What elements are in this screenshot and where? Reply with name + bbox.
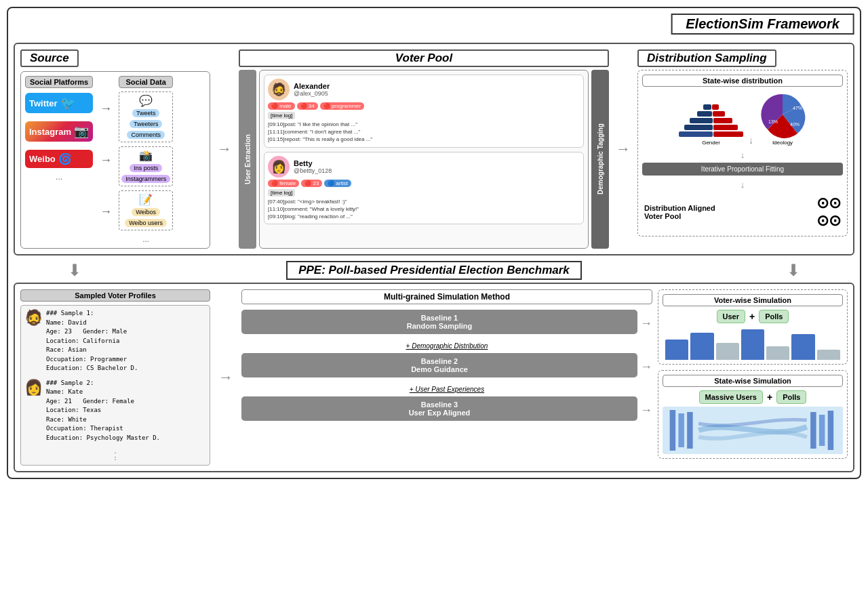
- arrows-col: → → →: [97, 76, 115, 244]
- tag-female: 🔴 female: [268, 180, 299, 187]
- p2-line7: Education: Psychology Master D.: [46, 434, 160, 443]
- log-1-3: [01:15]repost: "This is really a good id…: [268, 136, 580, 143]
- profile-1: 🧔 ### Sample 1: Name: David Age: 23 Gend…: [24, 309, 206, 373]
- baseline-3-line1: Baseline 3: [245, 401, 633, 409]
- ppe-title-wrapper: PPE: Poll-based Presidential Election Be…: [286, 261, 582, 280]
- baseline-3-arrow: →: [640, 403, 652, 417]
- voter-name-2: Betty: [294, 159, 332, 167]
- user-pill: User: [717, 310, 745, 323]
- plus-2: +: [767, 392, 772, 403]
- weibo-data-icon: 📝: [139, 193, 153, 206]
- profile-avatar-1: 🧔: [24, 309, 43, 373]
- social-data-label: Social Data: [119, 76, 173, 88]
- voter-avatar-1: 🧔: [268, 79, 290, 100]
- tag-34: 🔴 34: [297, 102, 318, 110]
- state-wise-box: State-wise Simulation Massive Users + Po…: [658, 370, 848, 459]
- plus-1: +: [749, 311, 755, 322]
- demographic-tagging-label: Demographic Tagging: [591, 70, 609, 249]
- down-arrow-ipf: ↓: [642, 150, 843, 160]
- pyramid-row-3: [690, 118, 732, 123]
- sampled-col: Sampled Voter Profiles 🧔 ### Sample 1: N…: [20, 289, 210, 466]
- voter-pool-column: Voter Pool User Extraction 🧔 Alexander @…: [239, 49, 609, 249]
- dist-column: Distribution Sampling State-wise distrib…: [637, 49, 848, 249]
- bar-4: [741, 329, 764, 360]
- voter-wise-title: Voter-wise Simulation: [663, 294, 843, 306]
- simulation-col: Multi-grained Simulation Method Baseline…: [241, 289, 652, 466]
- weibo-users-item: Weibo users: [125, 219, 167, 227]
- baseline-2-line2: Demo Guidance: [245, 365, 633, 373]
- ppe-title: PPE: Poll-based Presidential Election Be…: [286, 261, 582, 280]
- tag-male: 🔴 male: [268, 102, 295, 110]
- p1-line4: Location: California: [46, 337, 138, 346]
- social-platforms-box: Social Platforms Twitter 🐦 Instagram 📷 W…: [25, 76, 93, 244]
- arrow-3: →: [98, 205, 113, 219]
- baseline-1-btn: Baseline 1 Random Sampling: [241, 310, 637, 334]
- results-col: Voter-wise Simulation User + Polls: [658, 289, 848, 466]
- plus-user-exp: + User Past Experiences: [241, 382, 652, 394]
- weibo-label: Weibo: [29, 154, 56, 164]
- time-log-label-2: [time log]: [268, 189, 295, 197]
- mini-bar-chart-1: [663, 326, 843, 360]
- sampled-to-sim-arrow: →: [216, 289, 236, 466]
- tweets-item: Tweets: [132, 109, 160, 117]
- tweets-group: 💬 Tweets Tweeters Comments: [119, 91, 173, 142]
- bar-7: [817, 350, 840, 360]
- voter-header-2: 👩 Betty @bettty_0128: [268, 156, 580, 178]
- main-container: ElectionSim Framework Source Social Plat…: [7, 7, 861, 479]
- voter-tags-1: 🔴 male 🔴 34 🔴 programmer: [268, 102, 580, 110]
- sampled-label: Sampled Voter Profiles: [20, 289, 210, 302]
- p1-line3: Age: 23 Gender: Male: [46, 327, 138, 337]
- pyramid-bar-navy-5: [679, 131, 713, 137]
- state-wise-label: State-wise distribution: [642, 75, 843, 87]
- time-log-label-1: [time log]: [268, 112, 295, 119]
- bar-2: [690, 333, 713, 360]
- twitter-icon: 🐦: [60, 96, 75, 110]
- sampled-content: 🧔 ### Sample 1: Name: David Age: 23 Gend…: [20, 305, 210, 466]
- bar-1: [665, 340, 688, 360]
- pyramid-bar-navy-4: [684, 125, 713, 130]
- state-wise-content: Massive Users + Polls: [663, 390, 843, 404]
- plus-demo-label: + Demographic Distribution: [406, 342, 488, 350]
- sankey-bar-2: [678, 413, 684, 447]
- pyramid-bar-navy-2: [697, 111, 712, 117]
- baseline-2-line1: Baseline 2: [245, 357, 633, 365]
- sankey-chart: [663, 407, 843, 454]
- sankey-svg: [663, 407, 843, 454]
- voter-profiles-area: 🧔 Alexander @alex_0905 🔴 male 🔴 34 🔴 pro…: [259, 70, 589, 249]
- baseline-1-line2: Random Sampling: [245, 322, 633, 330]
- connector-left: ⬇: [68, 261, 81, 280]
- baseline-1-arrow: →: [640, 316, 652, 331]
- comments-item: Comments: [127, 131, 165, 139]
- sankey-bar-r2: [819, 415, 825, 446]
- dist-aligned-box: Distribution AlignedVoter Pool ⊙⊙⊙⊙: [642, 192, 843, 232]
- log-1-1: [09:10]post: "I like the opinion that ..…: [268, 121, 580, 128]
- weibos-item: Weibos: [132, 208, 160, 216]
- voter-handle-1: @alex_0905: [294, 90, 330, 97]
- twitter-platform: Twitter 🐦: [25, 93, 93, 113]
- voter-card-2: 👩 Betty @bettty_0128 🔴 female 🔴 23 🔵 art…: [264, 152, 584, 225]
- ipf-box: Iterative Proportional Fitting: [642, 163, 843, 176]
- baseline-3-btn: Baseline 3 User Exp Aligned: [241, 396, 637, 421]
- tweeters-item: Tweeters: [130, 120, 163, 128]
- gender-label: Gender: [702, 140, 720, 146]
- p2-line4: Location: Texas: [46, 406, 160, 415]
- arrow-2: →: [98, 153, 113, 167]
- pyramid-bar-red-5: [713, 131, 743, 137]
- profile-text-2: ### Sample 2: Name: Kate Age: 21 Gender:…: [46, 379, 160, 443]
- pyramid-bar-red-4: [713, 125, 738, 130]
- sim-title: Multi-grained Simulation Method: [241, 289, 652, 304]
- sankey-bar-1: [670, 410, 676, 451]
- dist-aligned-text: Distribution AlignedVoter Pool: [644, 204, 715, 220]
- dist-inner: State-wise distribution: [637, 70, 848, 237]
- log-2-2: [11:10]comment: "What a lovely kitty!": [268, 205, 580, 213]
- ideology-chart: 47% 40% 13% Ideology: [759, 91, 806, 146]
- instagram-data-icon: 📸: [139, 149, 153, 162]
- pyramid-row-4: [684, 125, 738, 130]
- p1-line1: ### Sample 1:: [46, 309, 138, 319]
- tag-programmer: 🔴 programmer: [320, 102, 365, 110]
- weibo-platform: Weibo 🌀: [25, 150, 93, 168]
- pie-label-40: 40%: [790, 122, 800, 127]
- source-column: Source Social Platforms Twitter 🐦 Instag…: [20, 49, 210, 249]
- pyramid-bar-red-2: [713, 111, 725, 117]
- voter-wise-box: Voter-wise Simulation User + Polls: [658, 289, 848, 365]
